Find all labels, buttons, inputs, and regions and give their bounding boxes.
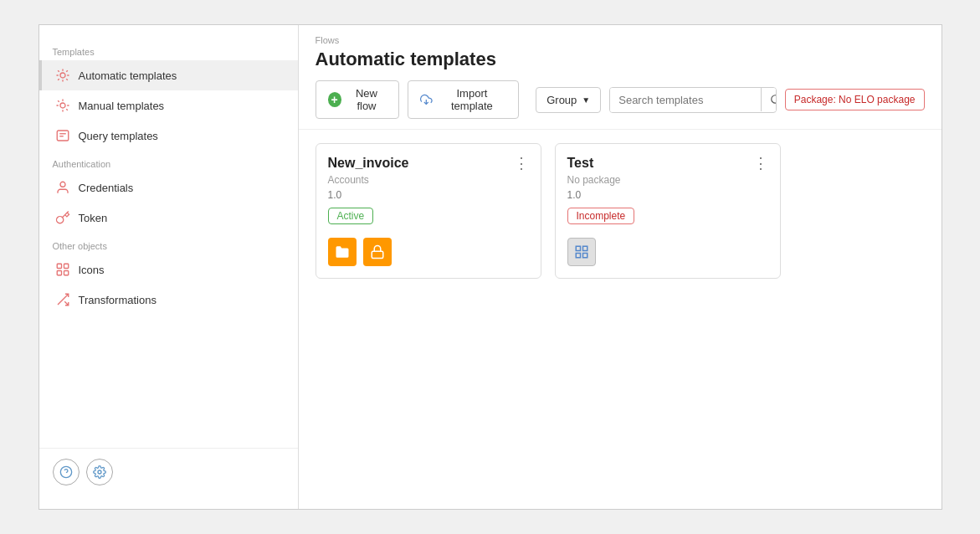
- flow-card-new-invoice[interactable]: New_invoice ⋮ Accounts 1.0 Active: [316, 143, 541, 279]
- settings-button[interactable]: [86, 459, 113, 485]
- card-menu-icon[interactable]: ⋮: [514, 156, 529, 171]
- templates-section-label: Templates: [39, 39, 298, 60]
- package-badge: Package: No ELO package: [785, 89, 925, 110]
- sidebar-item-credentials[interactable]: Credentials: [39, 172, 298, 203]
- search-input[interactable]: [610, 88, 761, 112]
- svg-rect-17: [576, 246, 580, 250]
- token-icon: [55, 210, 70, 225]
- import-icon: [420, 93, 433, 106]
- sidebar-item-transformations[interactable]: Transformations: [39, 285, 298, 315]
- import-template-button[interactable]: Import template: [408, 80, 519, 119]
- folder-icon: [335, 244, 350, 259]
- card-icons: [328, 238, 529, 266]
- svg-rect-20: [576, 254, 580, 258]
- svg-rect-18: [582, 246, 587, 250]
- credentials-label: Credentials: [79, 182, 134, 194]
- card-header: New_invoice ⋮: [328, 156, 529, 171]
- svg-point-0: [60, 73, 65, 78]
- import-template-label: Import template: [438, 87, 507, 112]
- card-subtitle: No package: [567, 174, 768, 186]
- svg-rect-19: [582, 254, 587, 258]
- authentication-section-label: Authentication: [39, 151, 298, 172]
- svg-point-1: [60, 103, 65, 108]
- group-label: Group: [546, 94, 577, 106]
- sidebar-item-manual-templates[interactable]: Manual templates: [39, 90, 298, 121]
- new-flow-label: New flow: [346, 87, 387, 112]
- grid-icon: [574, 244, 589, 259]
- search-button[interactable]: [761, 88, 777, 111]
- sidebar-item-token[interactable]: Token: [39, 203, 298, 233]
- page-title: Automatic templates: [316, 49, 925, 70]
- folder-icon-box: [328, 238, 357, 266]
- svg-rect-9: [64, 271, 68, 275]
- sidebar-item-query-templates[interactable]: Query templates: [39, 121, 298, 151]
- card-title: New_invoice: [328, 156, 409, 171]
- plus-icon: +: [328, 92, 341, 107]
- incomplete-badge: Incomplete: [567, 208, 635, 224]
- sidebar-bottom: [39, 448, 298, 495]
- search-container: [609, 87, 777, 113]
- other-objects-section-label: Other objects: [39, 233, 298, 254]
- automatic-templates-icon: [55, 68, 70, 83]
- main-header: Flows Automatic templates + New flow Imp…: [299, 25, 942, 130]
- svg-rect-6: [57, 264, 61, 268]
- card-icons: [567, 238, 768, 266]
- svg-point-5: [60, 182, 65, 187]
- help-button[interactable]: [53, 459, 80, 485]
- transformations-label: Transformations: [79, 294, 156, 306]
- card-version: 1.0: [328, 189, 529, 201]
- main-content: Flows Automatic templates + New flow Imp…: [299, 25, 942, 509]
- breadcrumb: Flows: [316, 35, 925, 45]
- manual-templates-icon: [55, 98, 70, 113]
- group-button[interactable]: Group ▼: [536, 87, 601, 113]
- card-menu-icon[interactable]: ⋮: [753, 156, 768, 171]
- svg-rect-7: [64, 264, 68, 268]
- transformations-icon: [55, 292, 70, 307]
- automatic-templates-label: Automatic templates: [79, 69, 177, 82]
- card-title: Test: [567, 156, 594, 171]
- active-badge: Active: [328, 208, 374, 224]
- cards-area: New_invoice ⋮ Accounts 1.0 Active: [299, 130, 942, 509]
- search-icon: [770, 94, 777, 105]
- lock-icon-box: [363, 238, 392, 266]
- icons-icon: [55, 262, 70, 277]
- card-subtitle: Accounts: [328, 174, 529, 186]
- token-label: Token: [79, 212, 108, 224]
- toolbar: + New flow Import template Group ▼: [316, 80, 925, 129]
- card-header: Test ⋮: [567, 156, 768, 171]
- lock-icon: [370, 244, 385, 259]
- svg-point-12: [98, 470, 101, 474]
- icons-label: Icons: [79, 264, 105, 276]
- query-templates-label: Query templates: [79, 130, 158, 142]
- sidebar-item-automatic-templates[interactable]: Automatic templates: [39, 60, 298, 90]
- sidebar-item-icons[interactable]: Icons: [39, 254, 298, 285]
- card-version: 1.0: [567, 189, 768, 201]
- credentials-icon: [55, 180, 70, 195]
- svg-rect-2: [57, 131, 69, 141]
- sidebar: Templates Automatic templates Manual tem…: [39, 25, 299, 509]
- svg-point-14: [772, 95, 777, 103]
- query-templates-icon: [55, 128, 70, 143]
- grid-icon-box: [567, 238, 596, 266]
- manual-templates-label: Manual templates: [79, 100, 165, 112]
- flow-card-test[interactable]: Test ⋮ No package 1.0 Incomplete: [555, 143, 781, 279]
- new-flow-button[interactable]: + New flow: [316, 80, 400, 119]
- svg-rect-8: [57, 271, 61, 275]
- chevron-down-icon: ▼: [582, 95, 590, 105]
- app-container: Templates Automatic templates Manual tem…: [38, 24, 942, 510]
- svg-rect-16: [372, 251, 383, 258]
